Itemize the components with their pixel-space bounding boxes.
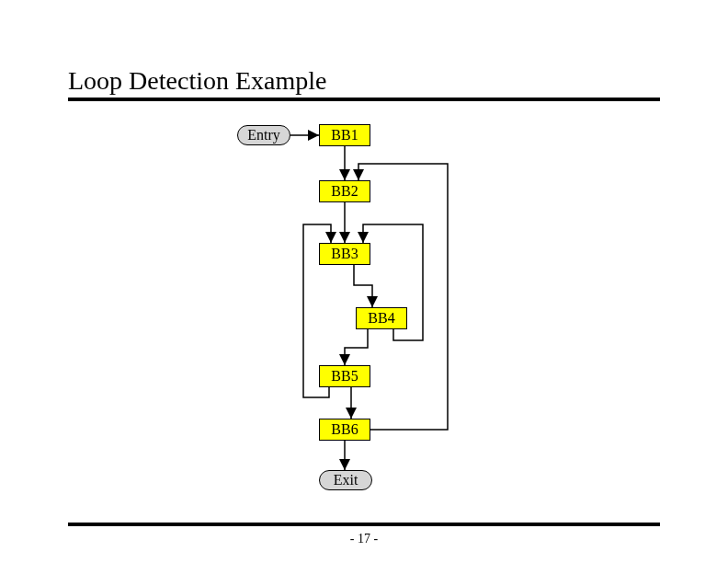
page-footer: - 17 - [0,532,728,546]
edge-bb3-bb4 [354,265,372,307]
node-bb1: BB1 [319,124,370,146]
diagram: Entry BB1 BB2 BB3 BB4 BB5 BB6 Exit [0,0,728,563]
node-bb5: BB5 [319,365,370,387]
node-entry: Entry [237,125,290,145]
edge-bb6-bb2 [358,164,448,430]
node-exit: Exit [319,470,372,490]
edge-bb4-bb5 [345,329,368,365]
node-bb4: BB4 [356,307,407,329]
node-bb6: BB6 [319,419,370,441]
node-bb3: BB3 [319,243,370,265]
node-bb2: BB2 [319,180,370,202]
rule-bottom [68,523,660,526]
